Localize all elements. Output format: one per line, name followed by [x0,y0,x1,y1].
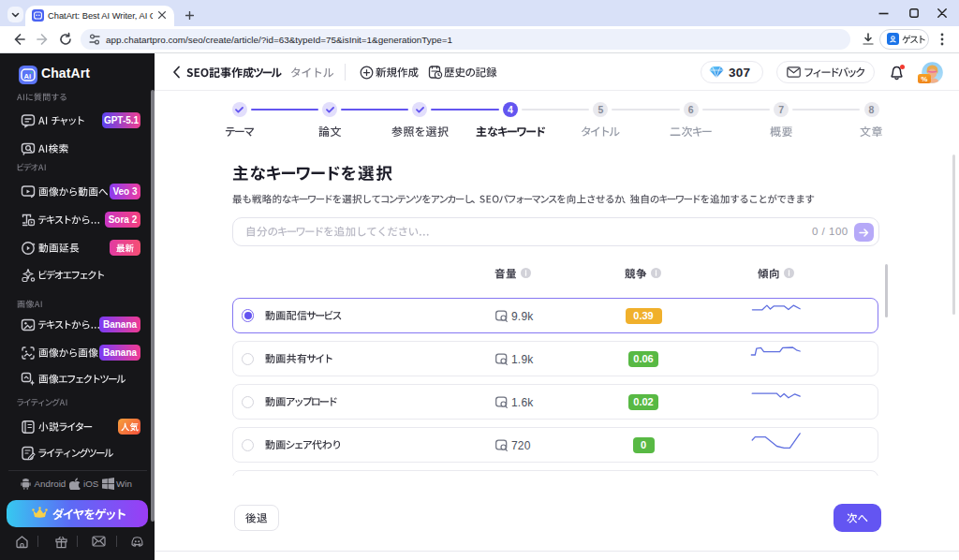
svg-text:Ai: Ai [24,72,32,81]
